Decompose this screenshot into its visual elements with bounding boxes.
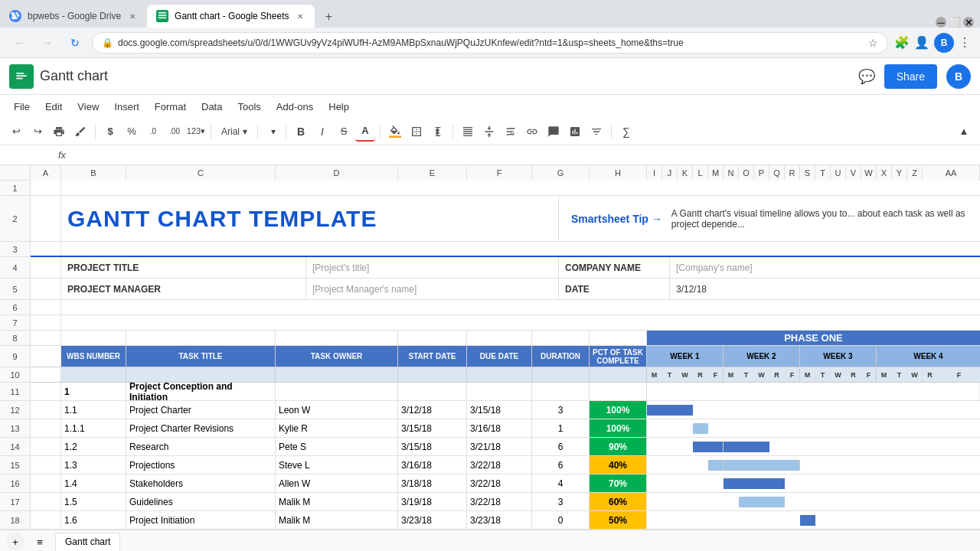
cell-A8[interactable] [31,331,61,345]
menu-format[interactable]: Format [147,98,194,116]
row-num-1[interactable]: 1 [0,181,30,196]
cell-C14[interactable]: Research [126,438,276,455]
cell-D12[interactable]: Leon W [276,401,398,419]
row-num-14[interactable]: 14 [0,438,30,456]
row-num-8[interactable]: 8 [0,331,30,346]
cell-E14[interactable]: 3/15/18 [398,438,467,455]
cell-project-title-value[interactable]: [Project's title] [306,257,559,278]
print-button[interactable] [49,122,69,142]
cell-H11[interactable] [590,383,647,400]
cell-company-value[interactable]: [Company's name] [670,257,980,278]
cell-F18[interactable]: 3/23/18 [467,511,532,529]
cell-B8[interactable] [61,331,126,345]
text-color-button[interactable]: A [355,122,375,142]
merge-button[interactable] [428,122,448,142]
wrap-button[interactable] [501,122,521,142]
cell-F11[interactable] [467,383,532,400]
reload-button[interactable]: ↻ [64,32,86,54]
day-R4[interactable]: R [923,367,938,382]
col-header-R[interactable]: R [785,165,800,181]
col-header-W[interactable]: W [861,165,877,181]
col-header-O[interactable]: O [739,165,754,181]
redo-button[interactable]: ↪ [28,122,47,142]
cell-E11[interactable] [398,383,467,400]
day-T3[interactable]: T [815,367,831,382]
cell-B13[interactable]: 1.1.1 [61,419,126,437]
header-week2[interactable]: WEEK 2 [724,346,800,367]
cell-G14[interactable]: 6 [532,438,590,455]
row-num-6[interactable]: 6 [0,300,30,315]
col-header-J[interactable]: J [662,165,678,181]
gantt-title-cell[interactable]: GANTT CHART TEMPLATE [61,196,559,241]
cell-A5[interactable] [31,279,61,299]
row-num-17[interactable]: 17 [0,493,30,511]
cell-company-label[interactable]: COMPANY NAME [559,257,670,278]
row-num-3[interactable]: 3 [0,242,30,257]
link-button[interactable] [522,122,542,142]
back-button[interactable]: ← [9,32,31,54]
cell-A2[interactable] [31,196,61,241]
cell-rest-3[interactable] [61,242,980,256]
maximize-button[interactable]: ⬜ [949,17,960,28]
collapse-button[interactable]: ▲ [954,122,974,142]
col-header-U[interactable]: U [831,165,846,181]
col-header-G[interactable]: G [532,165,590,181]
col-header-P[interactable]: P [754,165,769,181]
day-T2[interactable]: T [739,367,754,382]
fill-color-button[interactable] [385,122,405,142]
header-task[interactable]: TASK TITLE [126,346,276,367]
cell-B10[interactable] [61,367,126,382]
row-num-13[interactable]: 13 [0,419,30,438]
font-family-selector[interactable]: Arial ▾ [216,124,253,139]
menu-help[interactable]: Help [321,98,357,116]
new-tab-button[interactable]: + [318,6,339,28]
browser-user-avatar[interactable]: B [934,33,954,53]
comment-icon[interactable]: 💬 [858,68,875,85]
cell-D10[interactable] [276,367,398,382]
day-W2[interactable]: W [754,367,769,382]
day-F1[interactable]: F [708,367,724,382]
day-T1[interactable]: T [662,367,678,382]
cell-A15[interactable] [31,456,61,474]
number-format-button[interactable]: 123▾ [186,122,206,142]
col-header-S[interactable]: S [800,165,815,181]
cell-G15[interactable]: 6 [532,456,590,474]
col-header-T[interactable]: T [815,165,831,181]
col-header-H[interactable]: H [590,165,647,181]
col-header-C[interactable]: C [126,165,276,181]
borders-button[interactable] [407,122,426,142]
decimal-up-button[interactable]: .00 [165,122,185,142]
row-num-4[interactable]: 4 [0,257,30,279]
cell-C10[interactable] [126,367,276,382]
cell-A9[interactable] [31,346,61,367]
close-window-button[interactable]: ✕ [963,17,974,28]
cell-A10[interactable] [31,367,61,382]
cell-G10[interactable] [532,367,590,382]
header-pct[interactable]: PCT OF TASK COMPLETE [590,346,647,367]
tab-drive-close[interactable]: ✕ [127,11,138,21]
cell-A4[interactable] [31,257,61,278]
cell-A11[interactable] [31,383,61,400]
menu-tools[interactable]: Tools [230,98,268,116]
cell-H17[interactable]: 60% [590,493,647,510]
cell-date-label[interactable]: DATE [559,279,670,299]
day-F2[interactable]: F [785,367,800,382]
cell-A18[interactable] [31,511,61,529]
cell-H16[interactable]: 70% [590,474,647,492]
comment-toolbar-button[interactable] [544,122,564,142]
cell-F16[interactable]: 3/22/18 [467,474,532,492]
menu-data[interactable]: Data [194,98,230,116]
cell-G16[interactable]: 4 [532,474,590,492]
col-header-AA[interactable]: AA [923,165,980,181]
bold-button[interactable]: B [291,122,311,142]
sheet-tab-gantt[interactable]: Gantt chart [55,533,120,551]
valign-button[interactable] [479,122,499,142]
cell-C12[interactable]: Project Charter [126,401,276,419]
menu-insert[interactable]: Insert [106,98,147,116]
cell-D15[interactable]: Steve L [276,456,398,474]
add-sheet-button[interactable]: + [6,533,24,551]
menu-edit[interactable]: Edit [38,98,70,116]
cell-F12[interactable]: 3/15/18 [467,401,532,419]
day-M1[interactable]: M [647,367,662,382]
day-R3[interactable]: R [846,367,861,382]
